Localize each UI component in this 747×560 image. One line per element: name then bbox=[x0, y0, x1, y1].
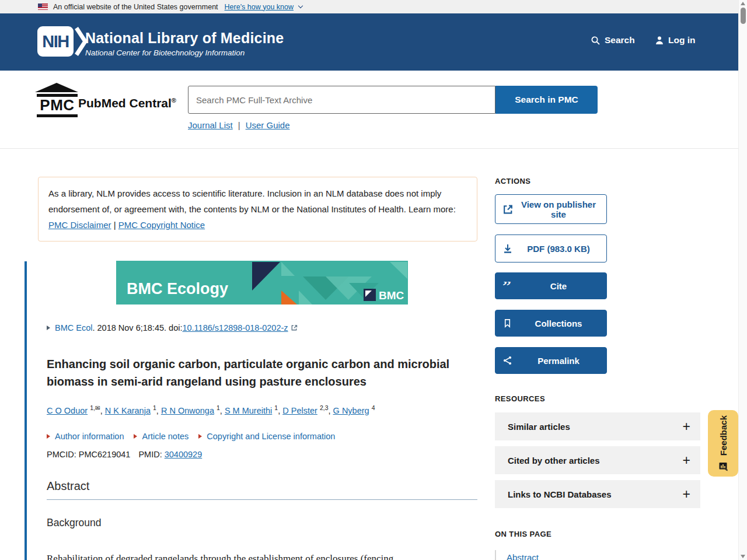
on-this-page-label: ON THIS PAGE bbox=[495, 530, 700, 539]
disclosure-triangle-icon bbox=[198, 434, 202, 439]
author-link[interactable]: S M Mureithi bbox=[225, 406, 272, 415]
toc-abstract-link[interactable]: Abstract bbox=[507, 550, 700, 560]
author-link[interactable]: R N Onwonga bbox=[161, 406, 214, 415]
us-flag-icon bbox=[38, 4, 48, 10]
disclosure-triangle-icon[interactable] bbox=[47, 326, 50, 330]
collections-button[interactable]: Collections bbox=[495, 310, 607, 337]
accordion-label: Links to NCBI Databases bbox=[508, 489, 612, 499]
ncbi-links-accordion[interactable]: Links to NCBI Databases + bbox=[495, 480, 700, 508]
author-link[interactable]: D Pelster bbox=[282, 406, 317, 415]
cite-button[interactable]: ” Cite bbox=[495, 272, 607, 299]
bmc-logo-text: BMC bbox=[379, 289, 404, 302]
abstract-divider bbox=[47, 499, 477, 500]
pmc-copyright-link[interactable]: PMC Copyright Notice bbox=[118, 220, 205, 230]
heres-how-you-know-link[interactable]: Here's how you know bbox=[225, 3, 294, 11]
disclosure-triangle-icon bbox=[134, 434, 137, 439]
journal-banner-title: BMC Ecology bbox=[127, 280, 228, 298]
button-label: Cite bbox=[550, 281, 567, 291]
pmc-logo-short: PMC bbox=[37, 94, 78, 117]
doi-link[interactable]: 10.1186/s12898-018-0202-z bbox=[182, 323, 288, 332]
journal-banner[interactable]: BMC Ecology BMC bbox=[116, 261, 408, 304]
on-this-page-toc: Abstract bbox=[495, 550, 700, 560]
author-link[interactable]: N K Karanja bbox=[105, 406, 151, 415]
pmc-logo[interactable]: PMC bbox=[37, 83, 78, 117]
link-separator: | bbox=[238, 120, 240, 130]
permalink-button[interactable]: Permalink bbox=[495, 347, 607, 374]
scroll-down-arrow-icon[interactable] bbox=[741, 555, 745, 558]
article-meta-links: Author information Article notes Copyrig… bbox=[47, 432, 335, 441]
gov-banner: An official website of the United States… bbox=[0, 0, 747, 13]
search-in-pmc-button[interactable]: Search in PMC bbox=[495, 86, 598, 114]
copyright-license-link[interactable]: Copyright and License information bbox=[198, 432, 335, 441]
header-search-label: Search bbox=[605, 35, 635, 46]
external-link-icon bbox=[502, 204, 514, 215]
author-separator: , bbox=[100, 406, 105, 415]
bmc-logo: BMC bbox=[364, 289, 404, 302]
header-login-button[interactable]: Log in bbox=[655, 35, 696, 46]
pmc-links: Journal List|User Guide bbox=[188, 120, 290, 130]
meta-link-label: Copyright and License information bbox=[207, 432, 335, 441]
plus-icon: + bbox=[683, 420, 690, 433]
pdf-download-button[interactable]: PDF (983.0 KB) bbox=[495, 235, 607, 262]
person-icon bbox=[655, 36, 664, 45]
background-heading: Background bbox=[47, 517, 101, 529]
share-icon bbox=[502, 356, 512, 366]
author-link[interactable]: C O Oduor bbox=[47, 406, 88, 415]
notice-separator: | bbox=[114, 220, 116, 230]
gov-banner-text: An official website of the United States… bbox=[53, 3, 218, 11]
pmid-link[interactable]: 30400929 bbox=[165, 450, 203, 459]
journal-link[interactable]: BMC Ecol bbox=[55, 323, 92, 332]
feedback-button[interactable]: Feedback bbox=[708, 410, 738, 477]
scroll-up-arrow-icon[interactable] bbox=[741, 2, 745, 5]
view-on-publisher-button[interactable]: View on publisher site bbox=[495, 194, 607, 224]
user-guide-link[interactable]: User Guide bbox=[246, 120, 290, 130]
meta-link-label: Author information bbox=[55, 432, 124, 441]
article-notes-link[interactable]: Article notes bbox=[134, 432, 189, 441]
registered-mark: ® bbox=[172, 97, 176, 104]
scrollbar[interactable] bbox=[738, 0, 747, 560]
notice-text: As a library, NLM provides access to sci… bbox=[48, 188, 456, 214]
author-affiliation: 2,3 bbox=[320, 404, 329, 411]
resources-accordions: Similar articles + Cited by other articl… bbox=[495, 412, 700, 508]
author-separator: , bbox=[156, 406, 161, 415]
disclosure-triangle-icon bbox=[47, 434, 50, 439]
plus-icon: + bbox=[683, 454, 690, 467]
feedback-icon bbox=[718, 461, 728, 471]
feedback-label: Feedback bbox=[718, 415, 728, 456]
meta-link-label: Article notes bbox=[142, 432, 189, 441]
author-link[interactable]: G Nyberg bbox=[333, 406, 369, 415]
author-information-link[interactable]: Author information bbox=[47, 432, 124, 441]
pmcid-value: PMC6219041 bbox=[79, 450, 131, 459]
nih-logo-acronym: NIH bbox=[37, 26, 74, 57]
article-title: Enhancing soil organic carbon, particula… bbox=[47, 355, 481, 390]
chevron-down-icon[interactable] bbox=[298, 4, 303, 8]
bookmark-icon bbox=[502, 318, 512, 328]
author-affiliation: 4 bbox=[372, 404, 375, 411]
similar-articles-accordion[interactable]: Similar articles + bbox=[495, 412, 700, 440]
pmc-wordmark-name: PubMed Central bbox=[78, 96, 172, 110]
plus-icon: + bbox=[683, 488, 690, 501]
download-icon bbox=[502, 243, 513, 254]
pmc-search-input[interactable] bbox=[188, 86, 495, 114]
pmc-wordmark[interactable]: PubMed Central® bbox=[78, 96, 176, 110]
site-header: NIH National Library of Medicine Nationa… bbox=[0, 13, 747, 71]
abstract-paragraph: Rehabilitation of degraded rangelands th… bbox=[47, 551, 483, 560]
citation-text: . 2018 Nov 6;18:45. doi: bbox=[92, 323, 182, 332]
external-link-icon bbox=[291, 324, 298, 331]
pmcid-label: PMCID: bbox=[47, 450, 76, 459]
article-left-rail bbox=[25, 261, 27, 560]
quote-icon: ” bbox=[502, 282, 511, 290]
accordion-label: Similar articles bbox=[508, 422, 570, 432]
journal-list-link[interactable]: Journal List bbox=[188, 120, 233, 130]
site-title[interactable]: National Library of Medicine bbox=[85, 30, 284, 47]
button-label: View on publisher site bbox=[516, 200, 601, 219]
nih-logo[interactable]: NIH bbox=[37, 26, 88, 57]
button-label: PDF (983.0 KB) bbox=[527, 244, 590, 254]
cited-by-accordion[interactable]: Cited by other articles + bbox=[495, 446, 700, 474]
scrollbar-thumb[interactable] bbox=[741, 8, 746, 24]
author-affiliation: 1,✉ bbox=[90, 404, 100, 411]
author-list: C O Oduor 1,✉, N K Karanja 1, R N Onwong… bbox=[47, 404, 481, 415]
header-search-button[interactable]: Search bbox=[591, 35, 635, 46]
pmc-disclaimer-link[interactable]: PMC Disclaimer bbox=[48, 220, 111, 230]
citation-line: BMC Ecol. 2018 Nov 6;18:45. doi: 10.1186… bbox=[47, 323, 298, 332]
